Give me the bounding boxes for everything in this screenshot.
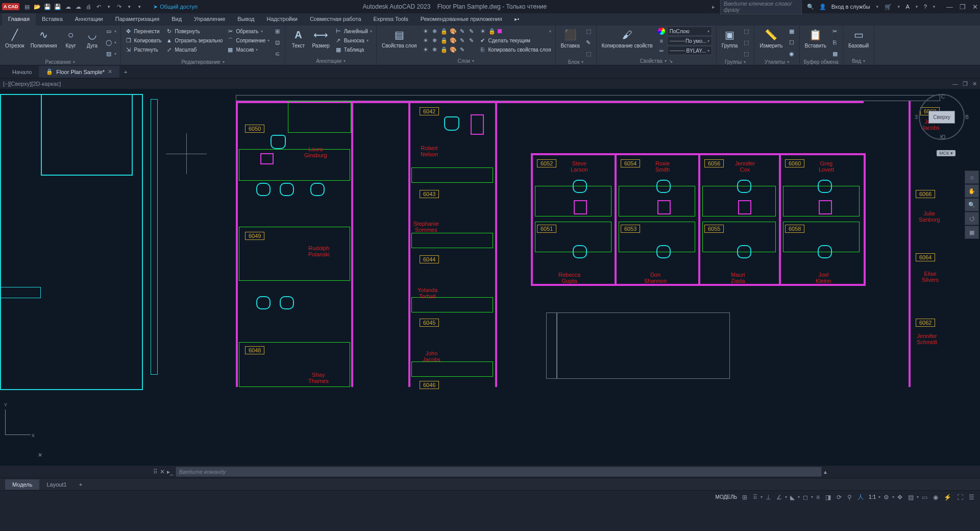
app-switcher-icon[interactable]: 🛒 [885,4,892,10]
mod-extra2[interactable]: ⊡ [273,38,282,47]
group-extra1[interactable]: ⬚ [742,27,751,36]
layouttab-model[interactable]: Модель [5,479,39,490]
group-extra2[interactable]: ⬚ [742,38,751,47]
panel-utilities-title[interactable]: Утилиты ▾ [757,58,796,66]
qat-customize-dropdown[interactable]: ▼ [135,2,144,11]
autodesk-icon[interactable]: A [906,4,910,10]
polyline-button[interactable]: ∿Полилиния [29,27,59,50]
autodesk-dropdown[interactable]: ▼ [915,5,919,9]
qat-undo-dropdown[interactable]: ▼ [104,2,113,11]
panel-layers-title[interactable]: Слои ▾ [380,57,552,65]
filetab-add[interactable]: + [119,69,132,75]
ucs-icon[interactable]: XY [5,404,36,435]
status-model[interactable]: МОДЕЛЬ [714,494,739,500]
status-gear-icon[interactable]: ⚙ [881,492,892,502]
group-extra3[interactable]: ⬚ [742,49,751,58]
clip-extra3[interactable]: ▦ [830,49,840,58]
app-switcher-dropdown[interactable]: ▼ [897,5,901,9]
leader-button[interactable]: ↗Выноска ▾ [334,36,373,45]
block-extra1[interactable]: ⬚ [584,27,593,36]
status-isodraft-icon[interactable]: ◣ [788,492,797,502]
ribbon-tab-blank[interactable]: ▸• [508,13,521,26]
status-cycling-icon[interactable]: ⟳ [834,492,844,502]
vp-minimize[interactable]: — [952,81,958,87]
status-scale[interactable]: 1:1 [867,494,878,500]
maximize-button[interactable]: ❐ [960,3,966,11]
nav-pan-icon[interactable]: ✋ [965,184,979,198]
status-hwaccel-icon[interactable]: ⚡ [941,492,954,502]
clip-extra1[interactable]: ✂ [830,27,840,36]
filetab-file[interactable]: 🔒 Floor Plan Sample* ✕ [39,66,119,78]
login-dropdown[interactable]: ▼ [875,5,879,9]
util-extra1[interactable]: ▦ [787,27,796,36]
scale-button[interactable]: ⤢Масштаб [164,45,224,54]
cmd-dropdown[interactable]: ▴ [824,468,827,475]
qat-saveas-icon[interactable]: 💾 [53,2,62,11]
linear-button[interactable]: ⊢Линейный ▾ [334,27,373,36]
layerprops-button[interactable]: ▤Свойства слоя [380,27,419,50]
help-icon[interactable]: ? [924,4,927,10]
filetab-close-icon[interactable]: ✕ [108,68,112,75]
util-extra3[interactable]: ◉ [787,49,796,58]
share-button[interactable]: ➤ Общий доступ [153,4,198,10]
status-isolate-icon[interactable]: ◉ [930,492,941,502]
circle-button[interactable]: ○Круг [61,27,81,50]
nav-fullnav-icon[interactable]: ⌂ [965,171,979,184]
lweight-combo[interactable]: ≡По умо...▾ [657,36,713,45]
ribbon-tab-home[interactable]: Главная [2,13,36,26]
block-extra2[interactable]: ✎ [584,38,593,47]
mod-extra3[interactable]: ⊂ [273,49,282,58]
insert-button[interactable]: ⬛Вставка [559,27,582,50]
arc-button[interactable]: ◡Дуга [83,27,102,50]
panel-draw-title[interactable]: Рисование ▾ [3,58,117,66]
measure-button[interactable]: 📏Измерить [757,27,785,50]
layouttab-layout1[interactable]: Layout1 [39,479,74,490]
draw-extra1[interactable]: ▭▾ [104,27,117,36]
util-extra2[interactable]: ☐ [787,38,796,47]
search-input[interactable]: Введите ключевое слово/фразу [720,0,802,14]
vp-close[interactable]: ✕ [972,81,977,87]
color-combo[interactable]: ПоСлою▾ [657,27,713,36]
qat-redo-dropdown[interactable]: ▼ [125,2,134,11]
matchlayer-button[interactable]: ⎘Копировать свойства слоя [478,45,552,54]
help-dropdown[interactable]: ▼ [932,5,936,9]
fillet-button[interactable]: ⌒Сопряжение ▾ [226,36,271,45]
ltype-combo[interactable]: ═BYLAY...▾ [657,46,713,55]
nav-zoom-icon[interactable]: 🔍 [965,198,979,211]
wcs-badge[interactable]: МСК ▾ [937,150,955,156]
ribbon-tab-output[interactable]: Вывод [231,13,260,26]
status-polar-icon[interactable]: ∠ [774,492,785,502]
dimension-button[interactable]: ⟷Размер [310,27,331,50]
panel-annotation-title[interactable]: Аннотации ▾ [288,57,373,65]
status-ortho-icon[interactable]: ⊥ [763,492,773,502]
user-icon[interactable]: 👤 [819,4,826,10]
ribbon-tab-expresstools[interactable]: Express Tools [368,13,414,26]
status-workspace-icon[interactable]: ✥ [895,492,905,502]
status-annoscale-icon[interactable]: ⚲ [845,492,854,502]
qat-new-icon[interactable]: ▤ [22,2,32,11]
ribbon-tab-featured[interactable]: Рекомендованные приложения [414,13,508,26]
table-button[interactable]: ▦Таблица [334,45,373,54]
block-extra3[interactable]: ⬚ [584,49,593,58]
layer-icons3[interactable]: ☀❄🔒🎨✎ [421,45,476,54]
search-icon[interactable]: 🔍 [807,4,814,10]
panel-properties-title[interactable]: Свойства ▾ ↘ [600,57,713,65]
qat-websave-icon[interactable]: ☁ [74,2,83,11]
makecurrent-button[interactable]: ✔Сделать текущим [478,36,552,45]
status-cleanscreen-icon[interactable]: ⛶ [954,492,966,502]
panel-view-title[interactable]: Вид ▾ [846,57,871,65]
layer-combo-row[interactable]: ☀🔒▾ [478,27,552,36]
qat-redo-icon[interactable]: ↷ [114,2,124,11]
panel-groups-title[interactable]: Группы ▾ [720,58,751,66]
copy-button[interactable]: ❐Копировать [124,36,163,45]
baseview-button[interactable]: ▭Базовый [846,27,871,50]
matchprops-button[interactable]: 🖌Копирование свойств [600,27,655,50]
draw-extra2[interactable]: ◯▾ [104,38,117,47]
mirror-button[interactable]: ▲Отразить зеркально [164,36,224,45]
qat-webopen-icon[interactable]: ☁ [63,2,72,11]
qat-undo-icon[interactable]: ↶ [94,2,103,11]
login-label[interactable]: Вход в службы [831,4,870,10]
status-grid-icon[interactable]: ⊞ [740,492,750,502]
search-arrow-icon[interactable]: ▸ [712,4,715,10]
clip-extra2[interactable]: ⎘ [830,38,840,47]
